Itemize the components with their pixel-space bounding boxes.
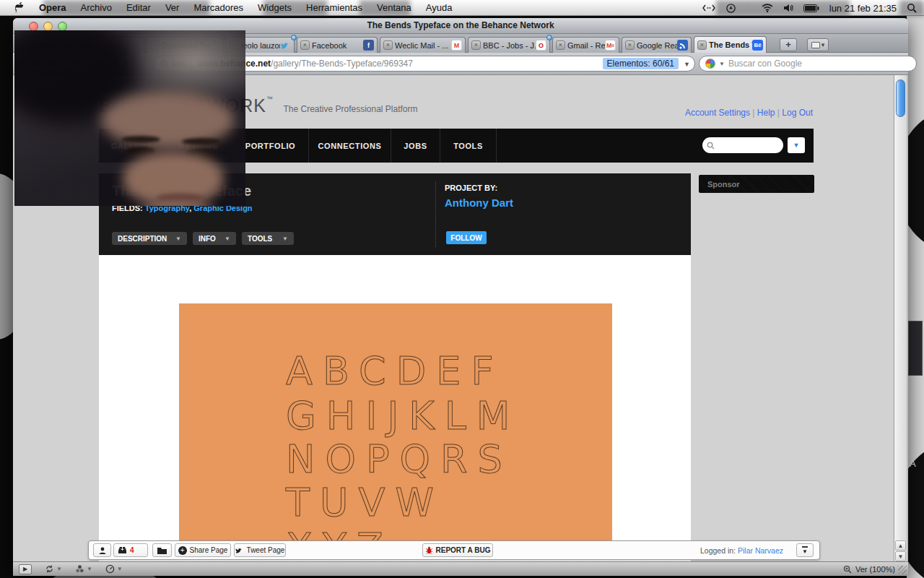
typeface-artwork-image: ABCDEF GHIJKLM NOPQRS TUVW XYZ xyxy=(179,303,612,541)
tab-close-icon[interactable]: × xyxy=(300,40,310,50)
unite-menu-button[interactable]: ▼ xyxy=(75,564,92,574)
battery-icon[interactable] xyxy=(803,4,819,12)
wifi-icon[interactable] xyxy=(762,4,773,12)
tab-the-bends-active[interactable]: × The Bends T... Bē xyxy=(694,36,767,53)
tab-activity-dot xyxy=(291,35,297,40)
tab-label: The Bends T... xyxy=(707,40,752,49)
desktop-icon[interactable] xyxy=(908,321,923,376)
projects-folder-button[interactable] xyxy=(152,543,172,557)
scroll-up-button[interactable]: ▲ xyxy=(895,540,906,551)
closed-tabs-menu-button[interactable]: ▾ xyxy=(807,38,829,51)
info-dropdown-button[interactable]: INFO▼ xyxy=(193,232,236,245)
site-search-field[interactable] xyxy=(702,137,783,153)
screen: A The Bends Typeface on the Behance Netw… xyxy=(0,0,924,578)
vertical-scrollbar[interactable]: ▲ ▼ xyxy=(894,75,907,561)
tab-gmail[interactable]: × Gmail - Reci... M0 xyxy=(552,37,619,53)
menubar-clock[interactable]: lun 21 feb 21:35 xyxy=(829,3,897,14)
user-menu-dropdown-button[interactable]: ▼ xyxy=(796,543,814,557)
panel-toggle-button[interactable]: ▶ xyxy=(19,564,32,574)
report-a-bug-button[interactable]: REPORT A BUG xyxy=(422,543,493,557)
menu-archivo[interactable]: Archivo xyxy=(74,0,119,16)
spotlight-icon[interactable] xyxy=(907,3,917,13)
menu-widgets[interactable]: Widgets xyxy=(250,0,299,16)
webcam-face xyxy=(121,136,160,143)
description-dropdown-button[interactable]: DESCRIPTION▼ xyxy=(112,232,187,245)
tab-label: BBC - Jobs - J... xyxy=(481,41,536,50)
bluetooth-icon[interactable]: ᛒ xyxy=(746,3,751,13)
tab-label: Weclic Mail - ... xyxy=(393,41,451,50)
search-input[interactable] xyxy=(728,59,910,69)
turbo-gauge-icon xyxy=(105,564,115,574)
divider xyxy=(435,182,436,247)
elements-counter-badge[interactable]: Elementos: 60/61 xyxy=(603,58,679,69)
chevron-down-icon: ▼ xyxy=(282,236,288,242)
nav-connections[interactable]: CONNECTIONS xyxy=(309,129,391,163)
logout-link[interactable]: Log Out xyxy=(782,108,813,118)
menu-ver[interactable]: Ver xyxy=(158,0,187,16)
menu-ayuda[interactable]: Ayuda xyxy=(419,0,460,16)
tab-label: Gmail - Reci... xyxy=(565,41,605,50)
scrollbar-thumb[interactable] xyxy=(896,79,905,117)
web-search-field[interactable]: ▼ xyxy=(699,56,917,72)
search-engine-chevron-icon[interactable]: ▼ xyxy=(719,61,725,67)
tweet-page-button[interactable]: Tweet Page xyxy=(234,543,286,557)
account-settings-link[interactable]: Account Settings xyxy=(685,108,750,118)
inbox-button[interactable]: 4 xyxy=(113,543,148,557)
profile-button[interactable] xyxy=(93,543,111,557)
menu-ventana[interactable]: Ventana xyxy=(370,0,419,16)
apple-icon xyxy=(14,2,25,14)
tab-close-icon[interactable]: × xyxy=(383,40,393,50)
sync-status-icon[interactable] xyxy=(725,3,736,14)
tab-bbc-jobs[interactable]: × BBC - Jobs - J... O xyxy=(468,37,550,53)
tab-close-icon[interactable]: × xyxy=(625,40,635,50)
dropdown-label: TOOLS xyxy=(248,235,272,243)
input-source-icon[interactable] xyxy=(702,4,715,12)
site-search-input[interactable] xyxy=(718,141,775,150)
user-profile-link[interactable]: Pilar Narvaez xyxy=(738,546,783,555)
tab-weclic-mail[interactable]: × Weclic Mail - ... M xyxy=(380,37,466,53)
sync-menu-button[interactable]: ▼ xyxy=(45,564,62,574)
help-link[interactable]: Help xyxy=(757,108,775,118)
zoom-control[interactable]: Ver (100%) xyxy=(843,565,895,574)
menu-editar[interactable]: Editar xyxy=(119,0,158,16)
inbox-icon xyxy=(118,546,127,554)
volume-icon[interactable] xyxy=(783,4,793,12)
follow-button[interactable]: FOLLOW xyxy=(446,231,487,244)
artwork-letter-row: NOPQRS xyxy=(286,436,513,482)
tab-close-icon[interactable]: × xyxy=(471,40,481,50)
separator: | xyxy=(777,108,780,118)
tab-facebook[interactable]: × Facebook f xyxy=(297,37,378,53)
nav-jobs[interactable]: JOBS xyxy=(391,129,440,163)
chevron-down-icon: ▼ xyxy=(117,566,123,572)
window-title: The Bends Typeface on the Behance Networ… xyxy=(13,20,908,30)
apple-menu[interactable] xyxy=(0,0,32,16)
tools-dropdown-button[interactable]: TOOLS▼ xyxy=(242,232,294,245)
author-link[interactable]: Anthony Dart xyxy=(445,197,513,209)
menu-opera[interactable]: Opera xyxy=(32,0,74,16)
new-tab-button[interactable]: + xyxy=(780,38,797,51)
tab-google-reader[interactable]: × Google Read... xyxy=(622,37,692,53)
inbox-count: 4 xyxy=(130,546,134,554)
menu-herramientas[interactable]: Herramientas xyxy=(299,0,370,16)
scroll-down-button[interactable]: ▼ xyxy=(895,551,906,561)
search-options-dropdown[interactable]: ▼ xyxy=(788,137,805,153)
tweet-label: Tweet Page xyxy=(247,546,285,554)
dropdown-label: DESCRIPTION xyxy=(118,235,167,243)
share-label: Share Page xyxy=(190,546,228,554)
desktop-wallpaper-letter: A xyxy=(910,458,916,469)
person-icon xyxy=(98,546,107,555)
turbo-menu-button[interactable]: ▼ xyxy=(105,564,123,574)
chevron-down-icon: ▼ xyxy=(175,236,181,242)
folder-icon xyxy=(157,547,167,554)
tab-close-icon[interactable]: × xyxy=(556,40,565,50)
status-bar: ▶ ▼ ▼ ▼ Ver (100%) xyxy=(13,561,908,576)
nav-tools[interactable]: TOOLS xyxy=(440,129,497,163)
chevron-down-icon[interactable]: ▼ xyxy=(684,61,690,68)
resize-grip[interactable] xyxy=(898,566,907,574)
report-label: REPORT A BUG xyxy=(436,546,491,554)
tab-close-icon[interactable]: × xyxy=(697,40,707,50)
behance-action-bar: 4 + Share Page Tweet Page REPORT A BUG L… xyxy=(88,540,820,560)
menu-marcadores[interactable]: Marcadores xyxy=(186,0,250,16)
share-page-button[interactable]: + Share Page xyxy=(175,543,231,557)
logged-in-status: Logged in: Pilar Narvaez xyxy=(700,546,783,555)
